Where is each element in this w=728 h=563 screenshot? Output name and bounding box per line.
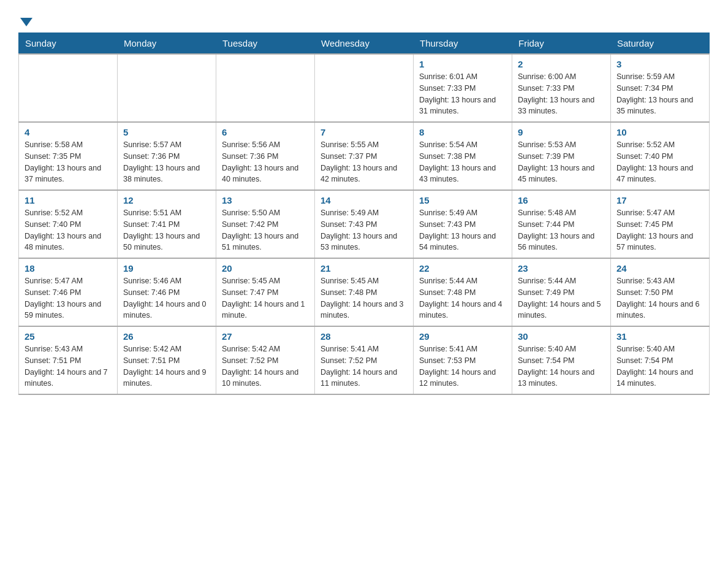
calendar-week-row: 1Sunrise: 6:01 AMSunset: 7:33 PMDaylight…: [19, 54, 710, 122]
calendar-cell: 13Sunrise: 5:50 AMSunset: 7:42 PMDayligh…: [216, 190, 315, 258]
calendar-cell: 1Sunrise: 6:01 AMSunset: 7:33 PMDaylight…: [414, 54, 512, 122]
day-info: Sunrise: 5:45 AMSunset: 7:48 PMDaylight:…: [320, 275, 408, 321]
day-number: 9: [518, 127, 605, 137]
day-info: Sunrise: 5:48 AMSunset: 7:44 PMDaylight:…: [518, 207, 605, 253]
day-info: Sunrise: 5:46 AMSunset: 7:46 PMDaylight:…: [123, 275, 210, 321]
calendar-cell: 2Sunrise: 6:00 AMSunset: 7:33 PMDaylight…: [512, 54, 611, 122]
day-number: 13: [222, 195, 309, 205]
day-info: Sunrise: 6:00 AMSunset: 7:33 PMDaylight:…: [518, 71, 605, 117]
day-number: 23: [518, 263, 605, 274]
calendar-week-row: 11Sunrise: 5:52 AMSunset: 7:40 PMDayligh…: [19, 190, 710, 258]
day-number: 16: [518, 195, 605, 205]
day-info: Sunrise: 5:52 AMSunset: 7:40 PMDaylight:…: [616, 139, 703, 185]
day-info: Sunrise: 5:42 AMSunset: 7:52 PMDaylight:…: [222, 343, 309, 389]
day-info: Sunrise: 5:43 AMSunset: 7:51 PMDaylight:…: [25, 343, 112, 389]
day-info: Sunrise: 5:53 AMSunset: 7:39 PMDaylight:…: [518, 139, 605, 185]
day-info: Sunrise: 6:01 AMSunset: 7:33 PMDaylight:…: [419, 71, 506, 117]
day-number: 7: [320, 127, 408, 137]
day-number: 31: [616, 331, 703, 342]
calendar-cell: 15Sunrise: 5:49 AMSunset: 7:43 PMDayligh…: [414, 190, 512, 258]
calendar-week-row: 25Sunrise: 5:43 AMSunset: 7:51 PMDayligh…: [19, 326, 710, 394]
calendar-cell: 21Sunrise: 5:45 AMSunset: 7:48 PMDayligh…: [315, 258, 414, 326]
day-number: 22: [419, 263, 506, 274]
calendar-cell: 12Sunrise: 5:51 AMSunset: 7:41 PMDayligh…: [118, 190, 216, 258]
calendar-cell: 5Sunrise: 5:57 AMSunset: 7:36 PMDaylight…: [118, 122, 216, 190]
day-number: 19: [123, 263, 210, 274]
day-number: 29: [419, 331, 506, 342]
calendar-header-row: SundayMondayTuesdayWednesdayThursdayFrid…: [19, 33, 710, 55]
day-info: Sunrise: 5:49 AMSunset: 7:43 PMDaylight:…: [419, 207, 506, 253]
calendar-cell: 19Sunrise: 5:46 AMSunset: 7:46 PMDayligh…: [118, 258, 216, 326]
calendar-cell: 14Sunrise: 5:49 AMSunset: 7:43 PMDayligh…: [315, 190, 414, 258]
calendar-cell: [315, 54, 414, 122]
day-of-week-header: Thursday: [414, 33, 512, 55]
day-number: 28: [320, 331, 408, 342]
day-number: 18: [25, 263, 112, 274]
day-number: 27: [222, 331, 309, 342]
day-info: Sunrise: 5:51 AMSunset: 7:41 PMDaylight:…: [123, 207, 210, 253]
calendar-cell: 24Sunrise: 5:43 AMSunset: 7:50 PMDayligh…: [611, 258, 710, 326]
logo: [18, 12, 32, 26]
day-info: Sunrise: 5:59 AMSunset: 7:34 PMDaylight:…: [616, 71, 703, 117]
day-number: 21: [320, 263, 408, 274]
calendar-cell: 25Sunrise: 5:43 AMSunset: 7:51 PMDayligh…: [19, 326, 118, 394]
page-header: [18, 12, 710, 26]
logo-arrow-icon: [20, 18, 32, 26]
calendar-cell: 18Sunrise: 5:47 AMSunset: 7:46 PMDayligh…: [19, 258, 118, 326]
day-info: Sunrise: 5:44 AMSunset: 7:49 PMDaylight:…: [518, 275, 605, 321]
calendar-cell: 26Sunrise: 5:42 AMSunset: 7:51 PMDayligh…: [118, 326, 216, 394]
day-number: 15: [419, 195, 506, 205]
day-number: 4: [25, 127, 112, 137]
calendar-cell: 8Sunrise: 5:54 AMSunset: 7:38 PMDaylight…: [414, 122, 512, 190]
day-info: Sunrise: 5:41 AMSunset: 7:53 PMDaylight:…: [419, 343, 506, 389]
calendar-week-row: 4Sunrise: 5:58 AMSunset: 7:35 PMDaylight…: [19, 122, 710, 190]
calendar-cell: 23Sunrise: 5:44 AMSunset: 7:49 PMDayligh…: [512, 258, 611, 326]
day-number: 30: [518, 331, 605, 342]
day-number: 2: [518, 59, 605, 69]
calendar-cell: 9Sunrise: 5:53 AMSunset: 7:39 PMDaylight…: [512, 122, 611, 190]
day-info: Sunrise: 5:55 AMSunset: 7:37 PMDaylight:…: [320, 139, 408, 185]
calendar-cell: 20Sunrise: 5:45 AMSunset: 7:47 PMDayligh…: [216, 258, 315, 326]
day-info: Sunrise: 5:54 AMSunset: 7:38 PMDaylight:…: [419, 139, 506, 185]
calendar-cell: 31Sunrise: 5:40 AMSunset: 7:54 PMDayligh…: [611, 326, 710, 394]
calendar-cell: 6Sunrise: 5:56 AMSunset: 7:36 PMDaylight…: [216, 122, 315, 190]
day-number: 14: [320, 195, 408, 205]
day-of-week-header: Sunday: [19, 33, 118, 55]
calendar-cell: 27Sunrise: 5:42 AMSunset: 7:52 PMDayligh…: [216, 326, 315, 394]
day-info: Sunrise: 5:44 AMSunset: 7:48 PMDaylight:…: [419, 275, 506, 321]
calendar-cell: 30Sunrise: 5:40 AMSunset: 7:54 PMDayligh…: [512, 326, 611, 394]
calendar-cell: 17Sunrise: 5:47 AMSunset: 7:45 PMDayligh…: [611, 190, 710, 258]
day-of-week-header: Saturday: [611, 33, 710, 55]
calendar-cell: 29Sunrise: 5:41 AMSunset: 7:53 PMDayligh…: [414, 326, 512, 394]
calendar-cell: [118, 54, 216, 122]
day-of-week-header: Friday: [512, 33, 611, 55]
day-info: Sunrise: 5:40 AMSunset: 7:54 PMDaylight:…: [518, 343, 605, 389]
day-info: Sunrise: 5:52 AMSunset: 7:40 PMDaylight:…: [25, 207, 112, 253]
calendar-week-row: 18Sunrise: 5:47 AMSunset: 7:46 PMDayligh…: [19, 258, 710, 326]
calendar-cell: [19, 54, 118, 122]
day-of-week-header: Monday: [118, 33, 216, 55]
day-of-week-header: Tuesday: [216, 33, 315, 55]
day-number: 3: [616, 59, 703, 69]
calendar-cell: 4Sunrise: 5:58 AMSunset: 7:35 PMDaylight…: [19, 122, 118, 190]
day-number: 6: [222, 127, 309, 137]
day-info: Sunrise: 5:49 AMSunset: 7:43 PMDaylight:…: [320, 207, 408, 253]
day-number: 11: [25, 195, 112, 205]
day-info: Sunrise: 5:57 AMSunset: 7:36 PMDaylight:…: [123, 139, 210, 185]
day-info: Sunrise: 5:43 AMSunset: 7:50 PMDaylight:…: [616, 275, 703, 321]
day-number: 17: [616, 195, 703, 205]
day-info: Sunrise: 5:58 AMSunset: 7:35 PMDaylight:…: [25, 139, 112, 185]
day-number: 20: [222, 263, 309, 274]
calendar-cell: 11Sunrise: 5:52 AMSunset: 7:40 PMDayligh…: [19, 190, 118, 258]
day-number: 26: [123, 331, 210, 342]
calendar-cell: 3Sunrise: 5:59 AMSunset: 7:34 PMDaylight…: [611, 54, 710, 122]
calendar-cell: [216, 54, 315, 122]
day-number: 12: [123, 195, 210, 205]
day-info: Sunrise: 5:41 AMSunset: 7:52 PMDaylight:…: [320, 343, 408, 389]
day-number: 8: [419, 127, 506, 137]
day-info: Sunrise: 5:47 AMSunset: 7:46 PMDaylight:…: [25, 275, 112, 321]
day-number: 10: [616, 127, 703, 137]
day-info: Sunrise: 5:47 AMSunset: 7:45 PMDaylight:…: [616, 207, 703, 253]
calendar-cell: 16Sunrise: 5:48 AMSunset: 7:44 PMDayligh…: [512, 190, 611, 258]
calendar-cell: 28Sunrise: 5:41 AMSunset: 7:52 PMDayligh…: [315, 326, 414, 394]
